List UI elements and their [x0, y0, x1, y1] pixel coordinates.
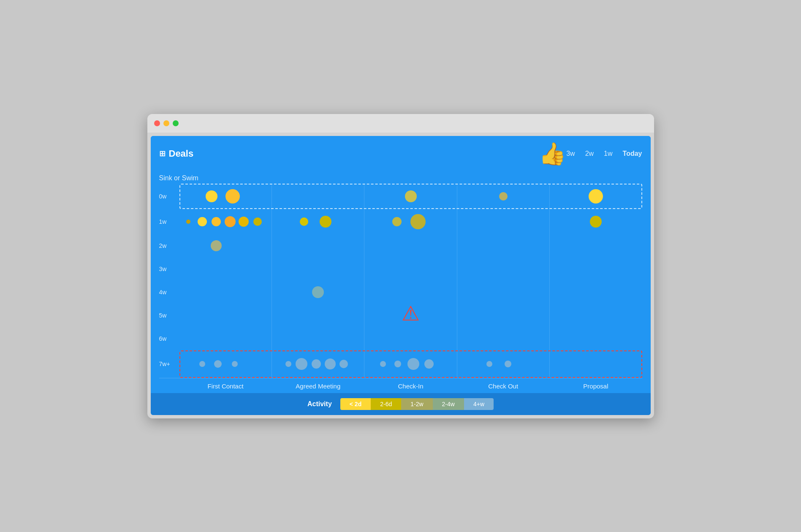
row-label-3w: 3w: [159, 258, 179, 281]
bubble[interactable]: [486, 361, 492, 367]
filter-icon[interactable]: ⊞: [159, 149, 166, 158]
minimize-button[interactable]: [163, 120, 169, 126]
legend-item-4w-plus: 4+w: [464, 398, 494, 410]
sink-swim-label: Sink or Swim: [159, 172, 642, 184]
bubble[interactable]: [253, 217, 262, 226]
col-label-checkout: Check Out: [457, 378, 549, 393]
footer-legend: Activity < 2d 2-6d 1-2w 2-4w 4+w: [151, 393, 651, 415]
bubble[interactable]: [212, 217, 221, 226]
row-labels: 0w 1w 2w 3w 4w 5w 6w 7w+: [159, 184, 179, 378]
col-checkout: [457, 184, 550, 378]
col-label-agreed-meeting: Agreed Meeting: [272, 378, 364, 393]
col-label-first-contact: First Contact: [179, 378, 272, 393]
close-button[interactable]: [154, 120, 160, 126]
bubble[interactable]: [300, 217, 308, 226]
titlebar: [147, 114, 654, 133]
row-label-7w: 7w+: [159, 350, 179, 378]
bubble[interactable]: [499, 192, 508, 201]
maximize-button[interactable]: [173, 120, 179, 126]
legend-items: < 2d 2-6d 1-2w 2-4w 4+w: [340, 398, 494, 410]
col-label-proposal: Proposal: [549, 378, 642, 393]
bubble[interactable]: [232, 361, 238, 367]
nav-2w[interactable]: 2w: [585, 150, 594, 157]
app-title-area: ⊞ Deals: [159, 148, 539, 159]
bubble[interactable]: [312, 286, 324, 298]
bubble[interactable]: [211, 240, 222, 251]
col-agreed-meeting: [272, 184, 364, 378]
bubble[interactable]: [320, 216, 331, 228]
nav-today[interactable]: Today: [623, 150, 642, 157]
bubble[interactable]: [424, 359, 434, 369]
col-label-checkin: Check-In: [364, 378, 457, 393]
bubble[interactable]: [312, 359, 321, 369]
legend-item-2-4w: 2-4w: [433, 398, 464, 410]
chart-area: Sink or Swim 0w 1w 2w 3w 4w 5w 6w 7w+: [151, 172, 651, 393]
col-first-contact: [179, 184, 272, 378]
bubble[interactable]: [206, 190, 217, 202]
bubble[interactable]: [407, 358, 419, 370]
row-label-4w: 4w: [159, 281, 179, 304]
legend-item-1-2w: 1-2w: [401, 398, 432, 410]
bubble[interactable]: [285, 361, 291, 367]
column-labels: First Contact Agreed Meeting Check-In Ch…: [159, 378, 642, 393]
thumbs-up-icon: 👍: [539, 141, 566, 167]
alert-icon: ⚠: [402, 304, 420, 324]
bubble[interactable]: [590, 216, 602, 228]
bubble[interactable]: [214, 360, 222, 368]
bubble[interactable]: [296, 358, 307, 370]
legend-label: Activity: [307, 400, 332, 408]
row-label-0w: 0w: [159, 184, 179, 209]
bubble[interactable]: [410, 214, 426, 229]
main-content: ⊞ Deals 👍 3w 2w 1w Today Sink or Swim 0w…: [151, 136, 651, 415]
bubble[interactable]: [186, 220, 190, 224]
time-navigation: 3w 2w 1w Today: [566, 150, 642, 157]
app-window: ⊞ Deals 👍 3w 2w 1w Today Sink or Swim 0w…: [147, 114, 654, 418]
legend-item-2-6d: 2-6d: [371, 398, 401, 410]
row-label-1w: 1w: [159, 209, 179, 234]
nav-1w[interactable]: 1w: [604, 150, 612, 157]
col-proposal: [550, 184, 642, 378]
bubble[interactable]: [505, 361, 511, 367]
bubble[interactable]: [225, 216, 236, 227]
columns-container: ⚠: [179, 184, 642, 378]
nav-3w[interactable]: 3w: [566, 150, 575, 157]
bubble[interactable]: [239, 217, 249, 227]
col-checkin: ⚠: [364, 184, 457, 378]
bubble[interactable]: [198, 217, 207, 226]
bubble[interactable]: [339, 360, 348, 368]
bubble[interactable]: [392, 217, 402, 226]
bubble[interactable]: [380, 361, 386, 367]
app-title: Deals: [169, 148, 194, 159]
row-label-5w: 5w: [159, 304, 179, 327]
header: ⊞ Deals 👍 3w 2w 1w Today: [151, 136, 651, 172]
bubble[interactable]: [199, 361, 205, 367]
legend-item-2d: < 2d: [340, 398, 371, 410]
bubble[interactable]: [325, 358, 336, 369]
bubble[interactable]: [225, 189, 240, 204]
chart-grid: 0w 1w 2w 3w 4w 5w 6w 7w+: [159, 184, 642, 378]
bubble[interactable]: [405, 190, 417, 202]
bubble[interactable]: [589, 189, 603, 204]
row-label-2w: 2w: [159, 234, 179, 258]
bubble[interactable]: [394, 361, 401, 367]
main-grid: ⚠: [179, 184, 642, 378]
row-label-6w: 6w: [159, 327, 179, 350]
